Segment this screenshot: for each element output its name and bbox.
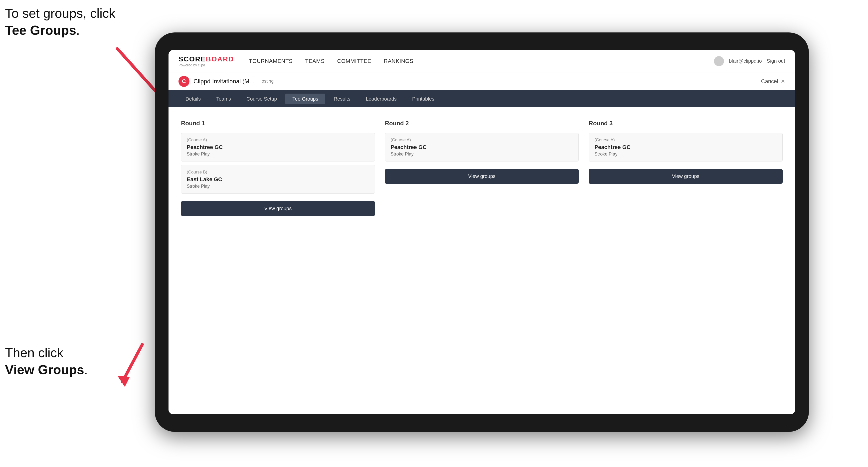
- round-3-course-a-format: Stroke Play: [594, 152, 777, 157]
- tab-leaderboards[interactable]: Leaderboards: [359, 94, 403, 104]
- tab-tee-groups[interactable]: Tee Groups: [285, 94, 325, 104]
- rounds-container: Round 1 (Course A) Peachtree GC Stroke P…: [181, 120, 783, 216]
- nav-right: blair@clippd.io Sign out: [714, 56, 785, 66]
- nav-bar: SCOREBOARD Powered by clipd TOURNAMENTS …: [168, 50, 795, 72]
- instruction-top: To set groups, click Tee Groups.: [5, 5, 115, 39]
- round-2-course-a-name: Peachtree GC: [391, 144, 573, 151]
- logo-area: SCOREBOARD Powered by clipd: [179, 55, 234, 67]
- tablet-frame: SCOREBOARD Powered by clipd TOURNAMENTS …: [155, 32, 809, 432]
- instruction-bottom: Then click View Groups.: [5, 344, 88, 378]
- round-2-title: Round 2: [385, 120, 579, 127]
- instruction-bottom-line1: Then click: [5, 345, 63, 360]
- tab-course-setup[interactable]: Course Setup: [239, 94, 284, 104]
- sign-out-link[interactable]: Sign out: [767, 58, 785, 64]
- round-1-course-b-card: (Course B) East Lake GC Stroke Play: [181, 165, 375, 194]
- nav-links: TOURNAMENTS TEAMS COMMITTEE RANKINGS: [249, 58, 714, 64]
- round-1-title: Round 1: [181, 120, 375, 127]
- nav-tournaments[interactable]: TOURNAMENTS: [249, 58, 292, 64]
- round-3-course-a-card: (Course A) Peachtree GC Stroke Play: [589, 133, 783, 161]
- cancel-button[interactable]: Cancel: [761, 78, 778, 85]
- nav-teams[interactable]: TEAMS: [305, 58, 324, 64]
- instruction-bottom-bold: View Groups: [5, 363, 84, 377]
- round-1-course-b-label: (Course B): [187, 170, 369, 175]
- round-3-title: Round 3: [589, 120, 783, 127]
- round-3-view-groups-button[interactable]: View groups: [589, 169, 783, 184]
- instruction-top-punct: .: [76, 23, 80, 37]
- round-2-column: Round 2 (Course A) Peachtree GC Stroke P…: [385, 120, 579, 216]
- svg-line-2: [122, 344, 142, 382]
- logo-text: SCOREBOARD: [179, 55, 234, 63]
- sub-header-left: C Clippd Invitational (M... Hosting: [179, 76, 761, 87]
- round-3-course-a-label: (Course A): [594, 137, 777, 143]
- nav-committee[interactable]: COMMITTEE: [337, 58, 371, 64]
- round-1-course-a-label: (Course A): [187, 137, 369, 143]
- tournament-name: Clippd Invitational (M...: [193, 78, 254, 85]
- instruction-top-bold: Tee Groups: [5, 23, 76, 37]
- round-1-course-a-format: Stroke Play: [187, 152, 369, 157]
- arrow-view-groups: [107, 337, 157, 392]
- logo-sub: Powered by clipd: [179, 63, 234, 67]
- content-area: Round 1 (Course A) Peachtree GC Stroke P…: [168, 107, 795, 414]
- hosting-badge: Hosting: [258, 79, 274, 84]
- round-1-course-a-name: Peachtree GC: [187, 144, 369, 151]
- instruction-top-line1: To set groups, click: [5, 6, 115, 21]
- tab-details[interactable]: Details: [179, 94, 208, 104]
- sub-header: C Clippd Invitational (M... Hosting Canc…: [168, 72, 795, 90]
- nav-rankings[interactable]: RANKINGS: [384, 58, 413, 64]
- svg-marker-3: [117, 376, 130, 387]
- round-3-column: Round 3 (Course A) Peachtree GC Stroke P…: [589, 120, 783, 216]
- tab-teams[interactable]: Teams: [209, 94, 238, 104]
- round-2-view-groups-button[interactable]: View groups: [385, 169, 579, 184]
- user-avatar: [714, 56, 724, 66]
- round-1-course-a-card: (Course A) Peachtree GC Stroke Play: [181, 133, 375, 161]
- round-1-course-b-name: East Lake GC: [187, 176, 369, 183]
- tablet-screen: SCOREBOARD Powered by clipd TOURNAMENTS …: [168, 50, 795, 414]
- round-3-course-a-name: Peachtree GC: [594, 144, 777, 151]
- cancel-icon: ✕: [781, 78, 785, 85]
- instruction-bottom-punct: .: [84, 363, 88, 377]
- round-1-course-b-format: Stroke Play: [187, 184, 369, 189]
- tab-printables[interactable]: Printables: [405, 94, 441, 104]
- round-2-course-a-format: Stroke Play: [391, 152, 573, 157]
- user-email: blair@clippd.io: [729, 58, 762, 64]
- tab-results[interactable]: Results: [327, 94, 358, 104]
- round-1-column: Round 1 (Course A) Peachtree GC Stroke P…: [181, 120, 375, 216]
- brand-icon: C: [179, 76, 189, 87]
- tab-bar: Details Teams Course Setup Tee Groups Re…: [168, 90, 795, 107]
- round-2-course-a-label: (Course A): [391, 137, 573, 143]
- round-1-view-groups-button[interactable]: View groups: [181, 201, 375, 216]
- round-2-course-a-card: (Course A) Peachtree GC Stroke Play: [385, 133, 579, 161]
